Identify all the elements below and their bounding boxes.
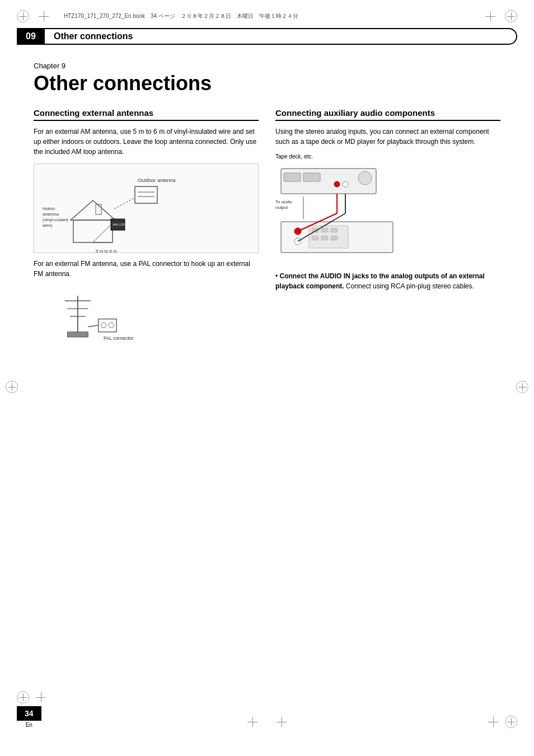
svg-line-25: [88, 325, 98, 326]
bottom-area: 34 En: [17, 691, 517, 728]
side-right-reg-mark: [516, 381, 528, 395]
right-section-title: Connecting auxiliary audio components: [275, 108, 500, 121]
left-column: Connecting external antennas For an exte…: [34, 108, 259, 354]
svg-point-30: [358, 171, 372, 185]
page-number: 34: [17, 706, 41, 721]
svg-rect-29: [303, 173, 320, 181]
file-info: HTZ170_171_270_272_En.book 34 ページ ２０８年２月…: [64, 12, 479, 20]
tape-deck-svg: To audio output: [275, 163, 410, 264]
svg-line-6: [114, 198, 135, 209]
svg-text:To audio: To audio: [275, 199, 293, 204]
chapter-title-text: Other connections: [54, 31, 133, 41]
bottom-left-reg: [17, 691, 29, 703]
two-column-layout: Connecting external antennas For an exte…: [34, 108, 500, 354]
fm-antenna-svg: PAL connector: [36, 288, 171, 344]
svg-text:output: output: [275, 205, 288, 210]
page-number-box: 34 En: [17, 706, 41, 728]
top-marks-row: HTZ170_171_270_272_En.book 34 ページ ２０８年２月…: [0, 0, 534, 28]
svg-rect-21: [67, 332, 88, 337]
bottom-right-cross: [487, 716, 499, 728]
svg-text:wire): wire): [42, 223, 53, 228]
svg-point-32: [343, 181, 348, 187]
chapter-main-title: Other connections: [34, 72, 500, 95]
top-right-reg-mark: [505, 10, 517, 22]
svg-rect-45: [312, 236, 318, 240]
top-right-cross: [484, 10, 496, 22]
svg-point-23: [101, 323, 106, 328]
tape-deck-diagram: To audio output: [275, 163, 500, 265]
side-left-reg-mark: [6, 381, 18, 395]
svg-rect-1: [73, 220, 113, 242]
svg-marker-0: [71, 200, 115, 220]
am-antenna-diagram: AM LOOP Outdoor antenna Indoor antenna (…: [34, 164, 259, 253]
main-content: Chapter 9 Other connections Connecting e…: [0, 45, 534, 365]
right-section-title-text: Connecting auxiliary audio components: [275, 108, 435, 118]
bottom-center-left-cross: [246, 716, 259, 728]
svg-text:PAL connector: PAL connector: [104, 335, 134, 340]
bottom-left-cross: [35, 691, 47, 703]
svg-text:5 m to 6 m: 5 m to 6 m: [96, 249, 117, 254]
svg-rect-44: [331, 228, 338, 232]
chapter-title-bar: Other connections: [45, 28, 517, 45]
left-section-body1: For an external AM antenna, use 5 m to 6…: [34, 127, 259, 157]
svg-text:(vinyl-coated: (vinyl-coated: [43, 217, 68, 222]
svg-rect-43: [321, 228, 328, 232]
svg-point-31: [334, 181, 340, 187]
bullet-normal: Connect using RCA pin-plug stereo cables…: [346, 282, 474, 290]
svg-text:Outdoor antenna: Outdoor antenna: [138, 178, 176, 183]
tape-deck-label: Tape deck, etc.: [275, 153, 500, 160]
am-antenna-svg: AM LOOP Outdoor antenna Indoor antenna (…: [40, 170, 196, 256]
chapter-header-bar: 09 Other connections: [17, 28, 517, 45]
right-column: Connecting auxiliary audio components Us…: [275, 108, 500, 291]
svg-line-9: [93, 225, 111, 242]
svg-text:Indoor: Indoor: [43, 206, 55, 211]
bullet-point: • Connect the AUDIO IN jacks to the anal…: [275, 271, 500, 291]
left-section-title: Connecting external antennas: [34, 108, 259, 121]
left-section-body2: For an external FM antenna, use a PAL co…: [34, 259, 259, 279]
chapter-number: 09: [17, 28, 45, 45]
svg-text:antenna: antenna: [43, 212, 59, 217]
page-lang: En: [17, 722, 41, 728]
svg-rect-3: [135, 186, 157, 203]
svg-rect-47: [331, 236, 338, 240]
svg-rect-28: [284, 173, 301, 181]
svg-text:AM LOOP: AM LOOP: [113, 223, 128, 226]
svg-point-24: [109, 323, 114, 328]
bottom-right-reg: [505, 716, 517, 728]
top-left-cross: [38, 10, 50, 22]
chapter-label: Chapter 9: [34, 62, 500, 70]
top-left-reg-mark: [17, 10, 29, 22]
bottom-center-right-cross: [275, 716, 288, 728]
fm-antenna-diagram: PAL connector: [34, 286, 259, 348]
svg-rect-46: [321, 236, 328, 240]
right-section-body: Using the stereo analog inputs, you can …: [275, 127, 500, 147]
